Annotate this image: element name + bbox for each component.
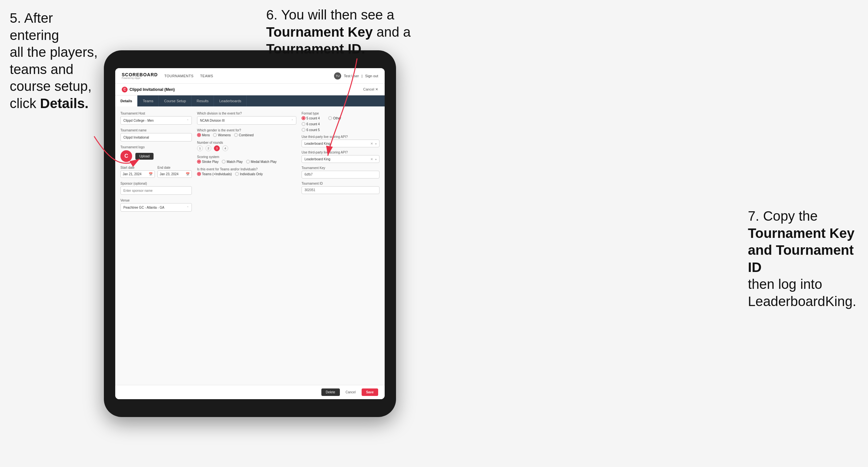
sponsor-field: Sponsor (optional) — [120, 182, 192, 195]
api2-arrow[interactable]: ▾ — [375, 158, 376, 161]
end-date-input[interactable]: Jan 23, 2024 📅 — [157, 170, 192, 178]
nav-tournaments[interactable]: TOURNAMENTS — [164, 74, 193, 78]
tab-details[interactable]: Details — [115, 95, 137, 106]
save-button[interactable]: Save — [362, 388, 378, 396]
api1-select[interactable]: Leaderboard King ✕ ▾ — [302, 139, 379, 147]
round-4[interactable]: 4 — [222, 145, 228, 151]
round-1[interactable]: 1 — [197, 145, 203, 151]
gender-field: Which gender is the event for? Mens Wome… — [197, 128, 297, 137]
scoring-field: Scoring system Stroke Play Match Play — [197, 155, 297, 163]
end-date-field: End date Jan 23, 2024 📅 — [157, 166, 192, 178]
logo-sub: Powered by clippd — [122, 77, 158, 79]
tournament-id-value: 302051 — [302, 186, 379, 194]
format-6count5-radio[interactable] — [302, 128, 306, 132]
api1-clear[interactable]: ✕ — [370, 142, 373, 145]
logo-upload-area: C Upload — [120, 150, 192, 162]
format-other-radio[interactable] — [328, 116, 332, 120]
gender-womens-radio[interactable] — [213, 133, 217, 137]
scoring-stroke[interactable]: Stroke Play — [197, 160, 218, 163]
tablet-screen: SCOREBOARD Powered by clippd TOURNAMENTS… — [115, 68, 385, 399]
gender-radio-group: Mens Womens Combined — [197, 133, 297, 137]
teams-radio-group: Teams (+Individuals) Individuals Only — [197, 172, 297, 176]
division-label: Which division is the event for? — [197, 112, 297, 115]
cancel-button-top[interactable]: Cancel ✕ — [363, 87, 378, 92]
rounds-label: Number of rounds — [197, 141, 297, 145]
main-content: Tournament Host Clippd College - Men ⌃ T… — [115, 106, 385, 385]
teams-individuals[interactable]: Individuals Only — [235, 172, 263, 176]
format-other[interactable]: Other — [328, 116, 341, 120]
teams-teams[interactable]: Teams (+Individuals) — [197, 172, 232, 176]
division-input[interactable]: NCAA Division III ⌃ — [197, 116, 297, 125]
tab-leaderboards[interactable]: Leaderboards — [214, 95, 247, 106]
api2-clear[interactable]: ✕ — [370, 157, 373, 161]
calendar-icon-end: 📅 — [186, 172, 190, 176]
api1-label: Use third-party live scoring API? — [302, 135, 379, 138]
delete-button[interactable]: Delete — [321, 388, 340, 396]
rounds-row: 1 2 3 4 — [197, 145, 297, 151]
cancel-button-footer[interactable]: Cancel — [342, 388, 359, 396]
end-date-label: End date — [157, 166, 192, 169]
round-3-btn[interactable]: 3 — [214, 145, 220, 151]
tab-teams[interactable]: Teams — [137, 95, 159, 106]
teams-teams-radio[interactable] — [197, 172, 201, 176]
format-6count4[interactable]: 6 count 4 — [302, 122, 379, 126]
sponsor-label: Sponsor (optional) — [120, 182, 192, 185]
tournament-host-input[interactable]: Clippd College - Men ⌃ — [120, 116, 192, 125]
sponsor-input[interactable] — [120, 186, 192, 195]
scoring-medal[interactable]: Medal Match Play — [246, 160, 277, 163]
tournament-id-label: Tournament ID — [302, 182, 379, 185]
round-2[interactable]: 2 — [206, 145, 211, 151]
tournament-title: Clippd Invitational (Men) — [129, 87, 175, 92]
venue-input[interactable]: Peachtree GC - Atlanta - GA ⌃ — [120, 203, 192, 212]
sign-out-link[interactable]: Sign out — [365, 74, 378, 78]
app-header: SCOREBOARD Powered by clippd TOURNAMENTS… — [115, 68, 385, 84]
gender-combined[interactable]: Combined — [234, 133, 254, 137]
round-2-btn[interactable]: 2 — [206, 145, 211, 151]
division-field: Which division is the event for? NCAA Di… — [197, 112, 297, 125]
tablet-device: SCOREBOARD Powered by clippd TOURNAMENTS… — [104, 50, 396, 417]
dropdown-arrow: ⌃ — [187, 119, 189, 122]
teams-individuals-radio[interactable] — [235, 172, 239, 176]
scoring-medal-radio[interactable] — [246, 160, 250, 163]
right-column: Format type 5 count 4 Other — [302, 112, 379, 380]
round-3[interactable]: 3 — [214, 145, 220, 151]
round-4-btn[interactable]: 4 — [222, 145, 228, 151]
gender-label: Which gender is the event for? — [197, 128, 297, 132]
logo-area: SCOREBOARD Powered by clippd — [122, 72, 158, 79]
format-label: Format type — [302, 112, 379, 115]
gender-mens[interactable]: Mens — [197, 133, 210, 137]
gender-combined-radio[interactable] — [234, 133, 238, 137]
venue-label: Venue — [120, 198, 192, 202]
annotation-top: 6. You will then see a Tournament Key an… — [266, 6, 455, 58]
api2-select[interactable]: Leaderboard King ✕ ▾ — [302, 155, 379, 163]
format-5count4[interactable]: 5 count 4 — [302, 116, 320, 120]
scoring-radio-group: Stroke Play Match Play Medal Match Play — [197, 160, 297, 163]
scoring-match[interactable]: Match Play — [222, 160, 243, 163]
scoring-match-radio[interactable] — [222, 160, 226, 163]
teams-field: Is this event for Teams and/or Individua… — [197, 167, 297, 176]
tournament-name-label: Tournament name — [120, 128, 192, 132]
api2-field: Use third-party live scoring API? Leader… — [302, 151, 379, 163]
gender-womens[interactable]: Womens — [213, 133, 230, 137]
tournament-id-field: Tournament ID 302051 — [302, 182, 379, 194]
tournament-icon: C — [122, 87, 128, 93]
api1-field: Use third-party live scoring API? Leader… — [302, 135, 379, 147]
tab-course-setup[interactable]: Course Setup — [159, 95, 191, 106]
tab-results[interactable]: Results — [191, 95, 214, 106]
start-date-input[interactable]: Jan 21, 2024 📅 — [120, 170, 155, 178]
nav-teams[interactable]: TEAMS — [200, 74, 213, 78]
upload-button[interactable]: Upload — [135, 153, 154, 160]
sub-header: C Clippd Invitational (Men) Cancel ✕ — [115, 84, 385, 95]
tournament-name-input[interactable]: Clippd Invitational — [120, 133, 192, 142]
division-arrow: ⌃ — [291, 119, 293, 122]
start-date-label: Start date — [120, 166, 155, 169]
format-6count4-radio[interactable] — [302, 122, 306, 126]
format-6count5[interactable]: 6 count 5 — [302, 128, 379, 132]
round-1-btn[interactable]: 1 — [197, 145, 203, 151]
gender-mens-radio[interactable] — [197, 133, 201, 137]
scoring-stroke-radio[interactable] — [197, 160, 201, 163]
logo-circle: C — [120, 150, 132, 162]
api1-arrow[interactable]: ▾ — [375, 143, 376, 145]
format-5count4-radio[interactable] — [302, 116, 306, 120]
venue-field: Venue Peachtree GC - Atlanta - GA ⌃ — [120, 198, 192, 212]
